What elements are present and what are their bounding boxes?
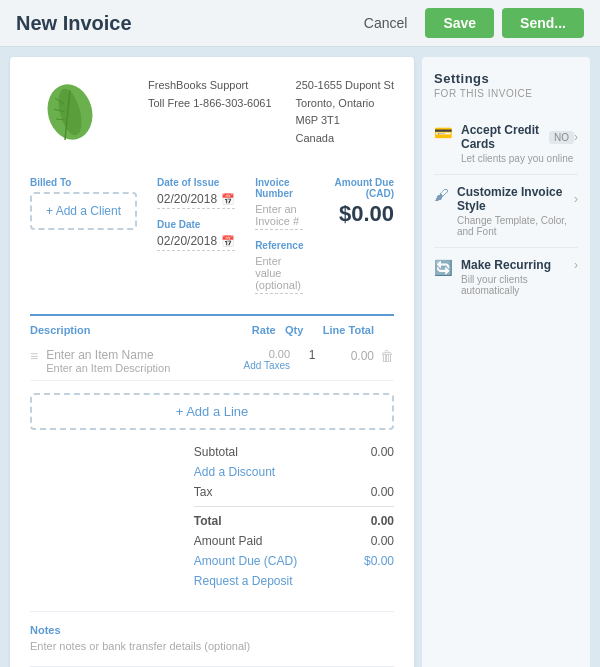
total-col-header: Line Total [313,324,374,336]
item-name-placeholder[interactable]: Enter an Item Name [46,348,226,362]
amount-due-cad-row: Amount Due (CAD) $0.00 [194,551,394,571]
sidebar-item-credit-cards[interactable]: 💳 Accept Credit Cards NO › Let clients p… [434,113,578,175]
send-button[interactable]: Send... [502,8,584,38]
due-date-label: Due Date [157,219,235,230]
invoice-top: FreshBooks Support Toll Free 1-866-303-6… [30,77,394,157]
request-deposit-row[interactable]: Request a Deposit [194,571,394,591]
invoice-number-col: Invoice Number Enter an Invoice # Refere… [255,177,303,294]
invoice-number-field[interactable]: Enter an Invoice # [255,203,303,230]
amount-due-value: $0.00 [323,201,394,227]
save-button[interactable]: Save [425,8,494,38]
discount-row[interactable]: Add a Discount [194,462,394,482]
desc-col-header: Description [30,324,214,336]
rate-col-header: Rate [214,324,275,336]
sidebar-title: Settings [434,71,578,86]
add-line-button[interactable]: + Add a Line [30,393,394,430]
chevron-icon-1: › [574,192,578,206]
line-item-row: ≡ Enter an Item Name Enter an Item Descr… [30,342,394,381]
company-info-left: FreshBooks Support Toll Free 1-866-303-6… [148,77,272,147]
invoice-area: FreshBooks Support Toll Free 1-866-303-6… [10,57,414,667]
billed-to-label: Billed To [30,177,137,188]
recurring-icon: 🔄 [434,259,453,277]
add-taxes-link[interactable]: Add Taxes [230,360,290,371]
chevron-icon-0: › [574,130,578,144]
reference-field[interactable]: Enter value (optional) [255,255,303,294]
credit-cards-label: Accept Credit Cards [461,123,549,151]
amount-paid-row: Amount Paid 0.00 [194,531,394,551]
item-line-total-col: 0.00 🗑 [334,348,394,364]
item-description-inputs: Enter an Item Name Enter an Item Descrip… [46,348,226,374]
sidebar-subtitle: For This Invoice [434,88,578,99]
due-date-value[interactable]: 02/20/2018 📅 [157,234,235,251]
due-calendar-icon: 📅 [221,235,235,248]
credit-cards-desc: Let clients pay you online [461,153,578,164]
subtotal-row: Subtotal 0.00 [194,442,394,462]
amount-due-col: Amount Due (CAD) $0.00 [323,177,394,227]
notes-label: Notes [30,624,394,636]
notes-input[interactable]: Enter notes or bank transfer details (op… [30,640,394,652]
header-actions: Cancel Save Send... [354,8,584,38]
credit-cards-badge: NO [549,131,574,144]
credit-card-icon: 💳 [434,124,453,142]
totals-section: Subtotal 0.00 Add a Discount Tax 0.00 To… [194,442,394,591]
logo-area [30,77,110,157]
chevron-icon-2: › [574,258,578,272]
item-desc-placeholder[interactable]: Enter an Item Description [46,362,226,374]
item-qty-col[interactable]: 1 [294,348,330,362]
invoice-number-label: Invoice Number [255,177,303,199]
qty-col-header: Qty [276,324,313,336]
sidebar-item-customize-style[interactable]: 🖌 Customize Invoice Style › Change Templ… [434,175,578,248]
add-client-button[interactable]: + Add a Client [30,192,137,230]
main-layout: FreshBooks Support Toll Free 1-866-303-6… [0,47,600,667]
make-recurring-desc: Bill your clients automatically [461,274,578,296]
make-recurring-content: Make Recurring › Bill your clients autom… [461,258,578,296]
total-row: Total 0.00 [194,511,394,531]
cancel-button[interactable]: Cancel [354,9,418,37]
customize-style-desc: Change Template, Color, and Font [457,215,578,237]
make-recurring-label: Make Recurring [461,258,551,272]
delete-line-icon[interactable]: 🗑 [380,348,394,364]
item-rate-col: 0.00 Add Taxes [230,348,290,371]
customize-style-content: Customize Invoice Style › Change Templat… [457,185,578,237]
billed-to-col: Billed To + Add a Client [30,177,137,230]
company-info-right: 250-1655 Dupont St Toronto, Ontario M6P … [296,77,394,147]
drag-handle-icon[interactable]: ≡ [30,348,38,364]
date-issue-label: Date of Issue [157,177,235,188]
page-header: New Invoice Cancel Save Send... [0,0,600,47]
notes-section: Notes Enter notes or bank transfer detai… [30,611,394,652]
page-title: New Invoice [16,12,354,35]
invoice-divider [30,314,394,316]
tax-row: Tax 0.00 [194,482,394,502]
billing-row: Billed To + Add a Client Date of Issue 0… [30,177,394,294]
sidebar-item-make-recurring[interactable]: 🔄 Make Recurring › Bill your clients aut… [434,248,578,306]
date-issue-col: Date of Issue 02/20/2018 📅 Due Date 02/2… [157,177,235,251]
line-items-header: Description Rate Qty Line Total [30,324,394,342]
palette-icon: 🖌 [434,186,449,203]
credit-cards-content: Accept Credit Cards NO › Let clients pay… [461,123,578,164]
settings-sidebar: Settings For This Invoice 💳 Accept Credi… [422,57,590,667]
amount-due-label: Amount Due (CAD) [323,177,394,199]
reference-label: Reference [255,240,303,251]
freshbooks-logo [35,82,105,152]
customize-style-label: Customize Invoice Style [457,185,574,213]
date-issue-value[interactable]: 02/20/2018 📅 [157,192,235,209]
calendar-icon: 📅 [221,193,235,206]
